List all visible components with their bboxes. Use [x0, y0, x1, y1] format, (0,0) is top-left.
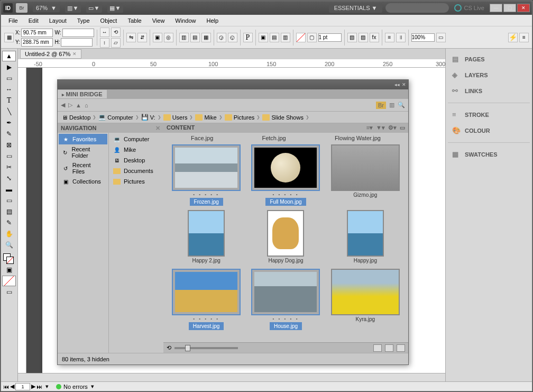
- eyedropper-tool[interactable]: ✎: [2, 217, 16, 228]
- line-tool[interactable]: ╲: [2, 106, 16, 117]
- apply-color-icon[interactable]: [2, 276, 16, 286]
- formatting-container-icon[interactable]: ▣: [2, 265, 16, 275]
- scale-y-icon[interactable]: ↕: [100, 38, 109, 48]
- hand-tool[interactable]: ✋: [2, 229, 16, 239]
- menu-help[interactable]: Help: [202, 16, 223, 25]
- pen-tool[interactable]: ✒: [2, 117, 16, 128]
- panel-layers[interactable]: ◈LAYERS: [448, 68, 530, 83]
- gradient-feather-tool[interactable]: ▭: [2, 195, 16, 206]
- corner-options-icon[interactable]: ◶: [217, 33, 226, 42]
- view-options-dropdown[interactable]: ▥▼: [65, 3, 81, 13]
- page-tool[interactable]: ▭: [2, 73, 16, 84]
- nav-item[interactable]: ↺Recent Files: [59, 160, 107, 176]
- view-grid-icon[interactable]: [373, 344, 382, 352]
- view-filmstrip-icon[interactable]: [397, 344, 405, 352]
- center-content-icon[interactable]: ▦: [201, 33, 211, 42]
- thumbnail[interactable]: Happy Dog.jpg: [249, 210, 323, 265]
- horizontal-scrollbar[interactable]: [18, 373, 445, 381]
- open-dropdown-icon[interactable]: ▾: [45, 383, 53, 390]
- opacity-field[interactable]: [411, 33, 435, 42]
- bridge-home-icon[interactable]: ⌂: [85, 102, 88, 108]
- bridge-back-icon[interactable]: ◀: [61, 102, 65, 108]
- next-page-icon[interactable]: ▶: [31, 383, 35, 390]
- bridge-button[interactable]: Br: [16, 3, 27, 13]
- crumb-item[interactable]: Users: [163, 114, 188, 121]
- sort-icon[interactable]: ≡▾: [366, 124, 373, 132]
- page-field[interactable]: [15, 383, 30, 390]
- bridge-br-icon[interactable]: Br: [376, 102, 386, 109]
- distribute-icon[interactable]: ⫴: [396, 33, 406, 42]
- menu-edit[interactable]: Edit: [24, 16, 43, 25]
- view-mode-icon[interactable]: ▭: [2, 287, 16, 297]
- first-page-icon[interactable]: ⏮: [3, 384, 9, 390]
- text-wrap-shape-icon[interactable]: ▥: [281, 33, 290, 42]
- view-list-icon[interactable]: [385, 344, 393, 352]
- type-tool[interactable]: T: [2, 95, 16, 106]
- panel-swatches[interactable]: ▦SWATCHES: [448, 147, 530, 162]
- align-icon[interactable]: ≡: [385, 33, 394, 42]
- page-navigator[interactable]: ⏮ ◀ ▶ ⏭: [3, 383, 42, 390]
- folder-item[interactable]: Pictures: [110, 176, 162, 187]
- document-tab[interactable]: Untitled-2 @ 67%✕: [20, 49, 81, 59]
- thumbnail[interactable]: • • • • •Full Moon.jpg: [249, 144, 323, 206]
- panel-links[interactable]: ⚯LINKS: [448, 84, 530, 98]
- fill-frame-icon[interactable]: ▥: [179, 33, 189, 42]
- place-icon[interactable]: ▭: [400, 124, 405, 132]
- maximize-button[interactable]: ▢: [503, 4, 516, 12]
- preflight-status[interactable]: No errors: [56, 384, 88, 390]
- thumbnail[interactable]: Happy.jpg: [328, 210, 402, 265]
- thumbnail[interactable]: • • • • •Frozen.jpg: [169, 144, 243, 206]
- bridge-forward-icon[interactable]: ▷: [68, 102, 72, 108]
- panel-menu-icon[interactable]: ≡: [519, 33, 529, 42]
- h-field[interactable]: [61, 38, 93, 47]
- bridge-tab[interactable]: ▸ MINI BRIDGE: [58, 90, 107, 98]
- panel-stroke[interactable]: ≡STROKE: [448, 107, 530, 122]
- bridge-titlebar[interactable]: ◂◂ ✕: [58, 80, 408, 89]
- gradient-swatch-tool[interactable]: ▬: [2, 184, 16, 195]
- panel-pages[interactable]: ▤PAGES: [448, 52, 530, 67]
- fill-swatch[interactable]: [296, 33, 306, 42]
- fit-content-icon[interactable]: ▤: [190, 33, 200, 42]
- quick-apply-icon[interactable]: ⚡: [508, 33, 518, 42]
- bridge-panel-view-icon[interactable]: ▥: [389, 102, 394, 108]
- nav-item[interactable]: ★Favorites: [59, 134, 107, 144]
- rectangle-tool[interactable]: ▭: [2, 151, 16, 161]
- paragraph-icon[interactable]: P: [243, 33, 253, 42]
- fx-icon[interactable]: fx: [370, 33, 379, 42]
- folder-item[interactable]: 👤Mike: [110, 144, 162, 155]
- ref-point-icon[interactable]: ▦: [4, 33, 14, 42]
- tools-icon[interactable]: ⚙▾: [388, 124, 397, 132]
- screen-mode-dropdown[interactable]: ▭▼: [86, 3, 102, 13]
- stroke-swatch[interactable]: ▢: [307, 33, 317, 42]
- rectangle-frame-tool[interactable]: ⊠: [2, 140, 16, 150]
- folder-item[interactable]: 🖥Desktop: [110, 155, 162, 166]
- select-container-icon[interactable]: ▣: [153, 33, 162, 42]
- effects-icon[interactable]: ▧: [347, 33, 357, 42]
- bridge-collapse-icon[interactable]: ◂◂: [394, 82, 400, 87]
- rotate-ccw-icon[interactable]: ⟲: [167, 344, 171, 351]
- menu-table[interactable]: Table: [123, 16, 145, 25]
- text-wrap-none-icon[interactable]: ▣: [259, 33, 268, 42]
- nav-close-icon[interactable]: ✕: [155, 125, 160, 132]
- flip-h-icon[interactable]: ⇋: [126, 33, 136, 42]
- crumb-item[interactable]: Mike: [195, 114, 216, 121]
- crumb-item[interactable]: 💻Computer: [98, 114, 133, 121]
- last-page-icon[interactable]: ⏭: [36, 384, 42, 390]
- filter-icon[interactable]: ▼▾: [376, 124, 385, 132]
- menu-object[interactable]: Object: [96, 16, 122, 25]
- x-field[interactable]: [21, 29, 53, 37]
- menu-layout[interactable]: Layout: [45, 16, 71, 25]
- corner-radius-icon[interactable]: ◵: [228, 33, 237, 42]
- menu-view[interactable]: View: [148, 16, 169, 25]
- selection-tool[interactable]: ▲: [2, 51, 16, 61]
- shear-icon[interactable]: ▱: [111, 38, 121, 48]
- scale-x-icon[interactable]: ↔: [100, 28, 109, 37]
- fill-stroke-swap[interactable]: [2, 253, 16, 264]
- thumb-size-slider[interactable]: [174, 347, 238, 349]
- crumb-item[interactable]: 💾V:: [141, 114, 155, 121]
- gap-tool[interactable]: ↔: [2, 84, 16, 95]
- menu-file[interactable]: File: [4, 16, 22, 25]
- select-content-icon[interactable]: ◎: [164, 33, 173, 42]
- pencil-tool[interactable]: ✎: [2, 129, 16, 139]
- thumbnail[interactable]: • • • • •Harvest.jpg: [169, 269, 243, 330]
